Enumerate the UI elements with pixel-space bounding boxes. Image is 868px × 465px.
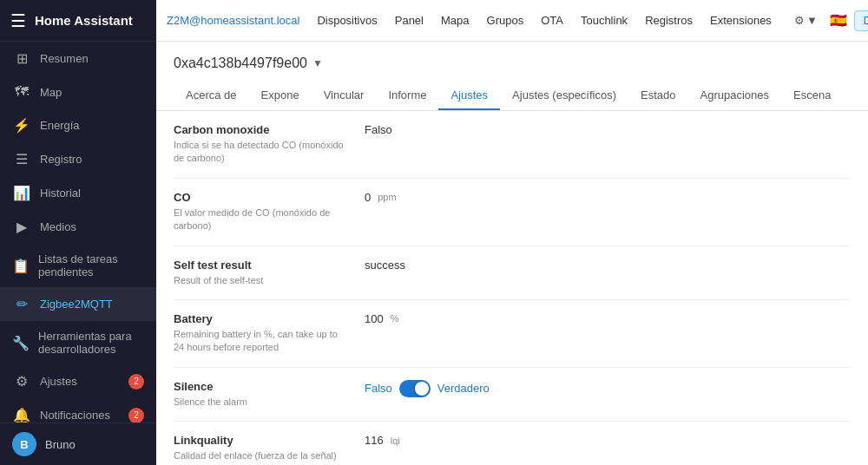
tasks-icon: 📋 — [12, 258, 30, 274]
toggle-false-label[interactable]: Falso — [365, 382, 392, 395]
toggle-true-label[interactable]: Verdadero — [437, 382, 490, 395]
sidebar-item-historial[interactable]: 📊 Historial — [0, 176, 156, 210]
prop-name-co: CO — [174, 191, 347, 204]
property-row-carbon-monoxide: Carbon monoxide Indica si se ha detectad… — [174, 111, 851, 179]
sidebar-item-tools[interactable]: 🔧 Herramientas para desarrolladores — [0, 321, 156, 364]
tab-ajustes-esp[interactable]: Ajustes (específicos) — [500, 82, 628, 110]
silence-toggle[interactable] — [399, 380, 431, 397]
map-icon: 🗺 — [12, 84, 31, 100]
media-icon: ▶ — [12, 219, 31, 235]
settings-icon: ⚙ — [12, 373, 31, 390]
grid-icon: ⊞ — [12, 50, 31, 67]
nav-touchlink[interactable]: Touchlink — [574, 10, 635, 30]
tools-icon: 🔧 — [12, 335, 30, 351]
prop-name-silence: Silence — [174, 380, 347, 393]
prop-info-linkquality: Linkquality Calidad del enlace (fuerza d… — [174, 434, 347, 462]
topbar: Z2M@homeassistant.local Dispositivos Pan… — [156, 0, 868, 42]
prop-value-linkquality: 116 lqi — [365, 434, 851, 447]
main-content: Z2M@homeassistant.local Dispositivos Pan… — [156, 0, 868, 465]
sidebar-item-settings[interactable]: ⚙ Ajustes 2 — [0, 364, 156, 398]
content-area: 0xa4c138b4497f9e00 ▼ Acerca de Expone Vi… — [156, 42, 868, 465]
sidebar-header: ☰ Home Assistant — [0, 0, 156, 42]
sidebar-nav: ⊞ Resumen 🗺 Map ⚡ Energía ☰ Registro 📊 H… — [0, 42, 156, 422]
property-row-silence: Silence Silence the alarm Falso Verdader… — [174, 368, 851, 422]
tab-escena[interactable]: Escena — [781, 82, 843, 110]
sidebar-item-tareas[interactable]: 📋 Listas de tareas pendientes — [0, 244, 156, 287]
menu-icon[interactable]: ☰ — [10, 10, 26, 31]
tab-estado[interactable]: Estado — [628, 82, 687, 110]
sidebar-item-zigbee[interactable]: ✏ Zigbee2MQTT — [0, 287, 156, 321]
tab-expone[interactable]: Expone — [249, 82, 312, 110]
topbar-right: ⚙ ▼ 🇪🇸 Deshabilitar unirse (Coordinator)… — [789, 10, 868, 31]
prop-desc-self-test: Result of the self-test — [174, 274, 347, 287]
property-row-battery: Battery Remaining battery in %, can take… — [174, 300, 851, 368]
prop-desc-silence: Silence the alarm — [174, 396, 347, 409]
nav-registros[interactable]: Registros — [638, 10, 700, 30]
property-row-linkquality: Linkquality Calidad del enlace (fuerza d… — [174, 422, 851, 465]
sidebar-item-registro[interactable]: ☰ Registro — [0, 142, 156, 176]
content-header: 0xa4c138b4497f9e00 ▼ Acerca de Expone Vi… — [156, 42, 868, 111]
nav-extensiones[interactable]: Extensiones — [703, 10, 779, 30]
join-button[interactable]: Deshabilitar unirse (Coordinator) 03:12 — [854, 10, 868, 31]
user-name: Bruno — [45, 438, 76, 451]
log-icon: ☰ — [12, 151, 31, 167]
tab-consola[interactable]: Consola de desarrollo — [843, 82, 851, 110]
prop-name-linkquality: Linkquality — [174, 434, 347, 447]
settings-button[interactable]: ⚙ ▼ — [789, 10, 823, 30]
tabs: Acerca de Expone Vincular Informe Ajuste… — [174, 82, 851, 110]
settings-gear-icon: ⚙ — [794, 14, 805, 27]
nav-mapa[interactable]: Mapa — [434, 10, 477, 30]
history-icon: 📊 — [12, 185, 31, 201]
tab-vincular[interactable]: Vincular — [312, 82, 377, 110]
topbar-nav: Dispositivos Panel Mapa Grupos OTA Touch… — [310, 10, 779, 30]
prop-info-co: CO El valor medido de CO (monóxido de ca… — [174, 191, 347, 233]
notification-icon: 🔔 — [12, 407, 31, 422]
sidebar-item-medios[interactable]: ▶ Medios — [0, 210, 156, 244]
prop-name-carbon-monoxide: Carbon monoxide — [174, 123, 347, 136]
prop-info-battery: Battery Remaining battery in %, can take… — [174, 312, 347, 355]
prop-desc-co: El valor medido de CO (monóxido de carbo… — [174, 206, 347, 233]
tab-ajustes[interactable]: Ajustes — [438, 82, 500, 110]
nav-dispositivos[interactable]: Dispositivos — [310, 10, 384, 30]
device-chevron-icon: ▼ — [312, 57, 323, 69]
prop-desc-battery: Remaining battery in %, can take up to 2… — [174, 328, 347, 355]
settings-badge: 2 — [128, 374, 144, 390]
property-row-co: CO El valor medido de CO (monóxido de ca… — [174, 179, 851, 246]
toggle-group-silence: Falso Verdadero — [365, 380, 490, 397]
nav-ota[interactable]: OTA — [534, 10, 570, 30]
prop-name-battery: Battery — [174, 312, 347, 325]
prop-value-battery: 100 % — [365, 312, 851, 325]
prop-info-self-test: Self test result Result of the self-test — [174, 259, 347, 287]
prop-info-carbon-monoxide: Carbon monoxide Indica si se ha detectad… — [174, 123, 347, 166]
settings-chevron-icon: ▼ — [806, 14, 818, 27]
sidebar-item-resumen[interactable]: ⊞ Resumen — [0, 42, 156, 75]
sidebar-item-energia[interactable]: ⚡ Energía — [0, 108, 156, 142]
energy-icon: ⚡ — [12, 117, 31, 134]
device-id: 0xa4c138b4497f9e00 — [174, 56, 307, 71]
device-selector[interactable]: 0xa4c138b4497f9e00 ▼ — [174, 56, 851, 71]
tab-agrupaciones[interactable]: Agrupaciones — [688, 82, 782, 110]
zigbee-icon: ✏ — [12, 296, 31, 312]
tab-acerca[interactable]: Acerca de — [174, 82, 249, 110]
notifications-badge: 2 — [128, 408, 144, 423]
avatar: B — [12, 432, 36, 456]
sidebar-footer[interactable]: B Bruno — [0, 422, 156, 465]
prop-info-silence: Silence Silence the alarm — [174, 380, 347, 409]
language-flag[interactable]: 🇪🇸 — [830, 12, 847, 29]
prop-value-carbon-monoxide: Falso — [365, 123, 851, 136]
prop-desc-linkquality: Calidad del enlace (fuerza de la señal) — [174, 449, 347, 462]
prop-desc-carbon-monoxide: Indica si se ha detectado CO (monóxido d… — [174, 139, 347, 166]
prop-value-silence: Falso Verdadero — [365, 380, 851, 397]
prop-name-self-test: Self test result — [174, 259, 347, 272]
tab-informe[interactable]: Informe — [376, 82, 438, 110]
sidebar: ☰ Home Assistant ⊞ Resumen 🗺 Map ⚡ Energ… — [0, 0, 156, 465]
property-row-self-test: Self test result Result of the self-test… — [174, 246, 851, 300]
prop-value-co: 0 ppm — [365, 191, 851, 204]
sidebar-item-map[interactable]: 🗺 Map — [0, 75, 156, 108]
nav-panel[interactable]: Panel — [388, 10, 431, 30]
topbar-link[interactable]: Z2M@homeassistant.local — [167, 14, 299, 27]
prop-value-self-test: success — [365, 259, 851, 272]
properties-list: Carbon monoxide Indica si se ha detectad… — [156, 111, 868, 465]
nav-grupos[interactable]: Grupos — [480, 10, 531, 30]
sidebar-item-notifications[interactable]: 🔔 Notificaciones 2 — [0, 398, 156, 422]
